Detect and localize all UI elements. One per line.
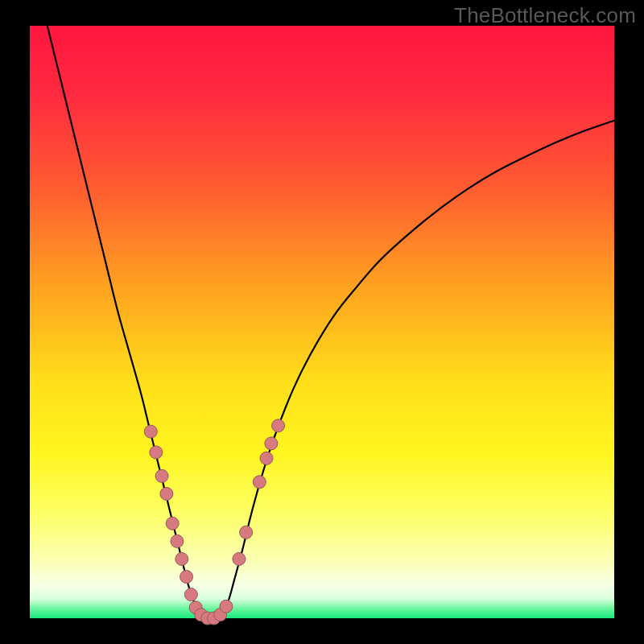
data-dot — [175, 552, 188, 565]
data-dot — [260, 452, 273, 464]
data-dot — [220, 600, 233, 613]
data-dot — [233, 552, 246, 565]
data-dot — [240, 526, 253, 539]
data-dot — [150, 446, 163, 459]
data-dot — [253, 476, 266, 489]
data-dot — [180, 570, 193, 583]
data-dot — [265, 437, 278, 450]
chart-frame: TheBottleneck.com — [0, 0, 644, 644]
data-dot — [144, 425, 157, 438]
data-dot — [171, 535, 184, 547]
data-dot — [166, 517, 179, 530]
data-dot — [155, 469, 168, 482]
data-dot — [184, 588, 197, 601]
plot-background — [30, 26, 614, 618]
data-dot — [160, 487, 173, 500]
data-dot — [272, 419, 285, 432]
bottleneck-chart — [0, 0, 644, 644]
